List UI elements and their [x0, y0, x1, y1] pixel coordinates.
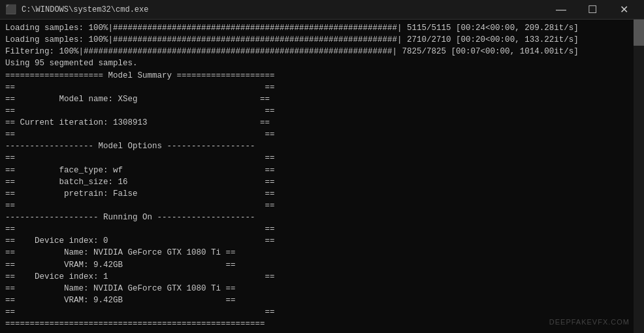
terminal-window: Loading samples: 100%|##################…: [0, 20, 644, 333]
titlebar-controls: — ☐ ✕: [546, 0, 639, 20]
titlebar-title: C:\WINDOWS\system32\cmd.exe: [22, 5, 148, 14]
cmd-icon: ⬛: [5, 4, 16, 15]
titlebar: ⬛ C:\WINDOWS\system32\cmd.exe — ☐ ✕: [0, 0, 644, 20]
titlebar-left: ⬛ C:\WINDOWS\system32\cmd.exe: [5, 4, 148, 15]
scrollbar[interactable]: [634, 20, 644, 333]
minimize-button[interactable]: —: [546, 0, 576, 20]
scrollbar-thumb[interactable]: [634, 20, 644, 46]
maximize-button[interactable]: ☐: [577, 0, 607, 20]
terminal-output: Loading samples: 100%|##################…: [5, 22, 639, 333]
close-button[interactable]: ✕: [609, 0, 639, 20]
watermark: DEEPFAKEVFX.COM: [549, 317, 630, 328]
